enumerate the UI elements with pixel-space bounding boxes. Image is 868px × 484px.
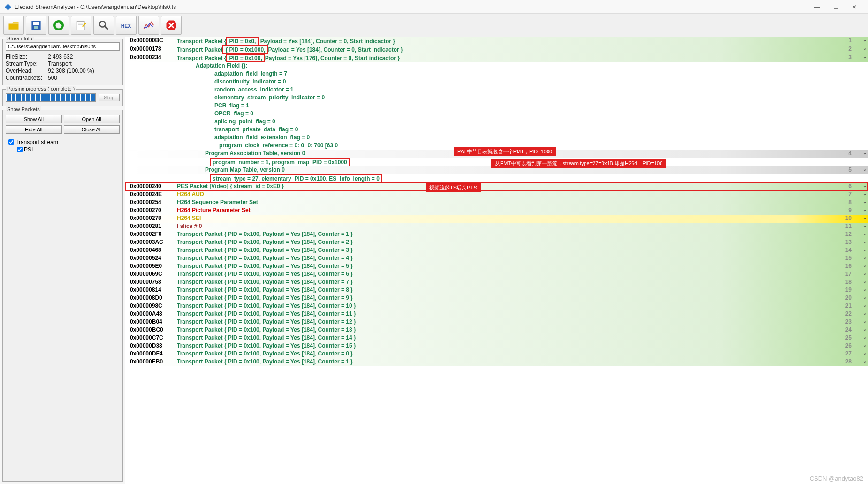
- stream-path[interactable]: C:\Users\wangdenuan\Desktop\hls0.ts: [6, 42, 120, 51]
- reload-button[interactable]: [48, 16, 69, 35]
- row-num: 7: [843, 191, 862, 197]
- tree-psi[interactable]: PSI: [17, 146, 117, 153]
- pmt-line: stream_type = 27, elementary_PID = 0x100…: [125, 174, 868, 183]
- row-num: 2: [843, 45, 862, 52]
- expand-icon[interactable]: ⌄: [862, 358, 868, 363]
- packet-addr: 0x00000DF4: [125, 350, 177, 357]
- packet-row[interactable]: 0x00000B04Transport Packet { PID = 0x100…: [125, 318, 868, 326]
- packet-row[interactable]: 0x000003ACTransport Packet { PID = 0x100…: [125, 239, 868, 247]
- expand-icon[interactable]: ⌄: [862, 45, 868, 51]
- packet-row[interactable]: 0x00000BC0Transport Packet { PID = 0x100…: [125, 326, 868, 334]
- expand-icon[interactable]: ⌄: [862, 318, 868, 324]
- expand-icon[interactable]: ⌄: [862, 54, 868, 59]
- packet-row[interactable]: 0x000008D0Transport Packet { PID = 0x100…: [125, 295, 868, 302]
- open-file-button[interactable]: [3, 16, 24, 35]
- packet-body: H264 AUD: [177, 191, 843, 197]
- row-num: 20: [843, 295, 862, 301]
- close-all-button[interactable]: Close All: [64, 125, 120, 134]
- hide-all-button[interactable]: Hide All: [6, 125, 62, 134]
- chart-button[interactable]: [138, 16, 159, 35]
- packet-row[interactable]: 0x00000468Transport Packet { PID = 0x100…: [125, 247, 868, 255]
- expand-icon[interactable]: ⌄: [862, 295, 868, 300]
- show-all-button[interactable]: Show All: [6, 115, 62, 123]
- expand-icon[interactable]: ⌄: [862, 334, 868, 340]
- search-button[interactable]: [93, 16, 114, 35]
- packet-row[interactable]: 0x0000098CTransport Packet { PID = 0x100…: [125, 302, 868, 310]
- packet-row[interactable]: 0x00000524Transport Packet { PID = 0x100…: [125, 255, 868, 263]
- packet-row[interactable]: 0x00000758Transport Packet { PID = 0x100…: [125, 279, 868, 287]
- progress-stop-button[interactable]: Stop: [99, 94, 120, 101]
- row-num: 5: [843, 166, 862, 173]
- packet-row[interactable]: 0x00000C7CTransport Packet { PID = 0x100…: [125, 334, 868, 342]
- expand-icon[interactable]: ⌄: [862, 326, 868, 332]
- info-value: 500: [48, 75, 120, 81]
- psi-checkbox[interactable]: [17, 147, 23, 152]
- expand-icon[interactable]: ⌄: [862, 150, 868, 155]
- stop-button[interactable]: [161, 16, 182, 35]
- open-all-button[interactable]: Open All: [64, 115, 120, 123]
- expand-icon[interactable]: ⌄: [862, 215, 868, 220]
- expand-icon[interactable]: ⌄: [862, 231, 868, 236]
- packet-addr: 0x000002F0: [125, 231, 177, 237]
- packet-row[interactable]: 0x0000069CTransport Packet { PID = 0x100…: [125, 271, 868, 279]
- packet-row[interactable]: 0x00000281I slice # 011⌄: [125, 223, 868, 231]
- close-button[interactable]: ✕: [845, 2, 864, 12]
- row-num: 3: [843, 54, 862, 60]
- expand-icon[interactable]: ⌄: [862, 247, 868, 252]
- titlebar: Elecard StreamAnalyzer - C:\Users\wangde…: [0, 0, 868, 14]
- showpackets-group: Show Packets Show All Open All Hide All …: [2, 110, 123, 482]
- stream-info-grid: FileSize:2 493 632StreamType:TransportOv…: [6, 53, 120, 81]
- packet-body: Transport Packet { PID = 0x100, Payload …: [177, 271, 843, 277]
- maximize-button[interactable]: ☐: [826, 2, 845, 12]
- expand-icon[interactable]: ⌄: [862, 207, 868, 212]
- packet-addr: 0x0000024E: [125, 191, 177, 197]
- expand-icon[interactable]: ⌄: [862, 239, 868, 244]
- ts-checkbox[interactable]: [8, 139, 14, 145]
- expand-icon[interactable]: ⌄: [862, 37, 868, 42]
- expand-icon[interactable]: ⌄: [862, 310, 868, 316]
- minimize-button[interactable]: —: [807, 2, 826, 12]
- hex-button[interactable]: HEX: [116, 16, 137, 35]
- packet-row[interactable]: 0x00000178Transport Packet { PID = 0x100…: [125, 45, 868, 54]
- packet-row[interactable]: 0x0000024EH264 AUD7⌄: [125, 191, 868, 199]
- expand-icon[interactable]: ⌄: [862, 183, 868, 188]
- packet-list[interactable]: 0x000000BCTransport Packet { PID = 0x0, …: [125, 37, 868, 484]
- tree-transport-stream[interactable]: Transport stream: [8, 138, 117, 146]
- expand-icon[interactable]: ⌄: [862, 166, 868, 172]
- packet-row[interactable]: 0x00000234Transport Packet { PID = 0x100…: [125, 54, 868, 62]
- packet-row[interactable]: 0x00000EB0Transport Packet { PID = 0x100…: [125, 358, 868, 366]
- packet-row[interactable]: 0x00000270H264 Picture Parameter Set9⌄: [125, 207, 868, 215]
- packet-row[interactable]: 0x00000814Transport Packet { PID = 0x100…: [125, 287, 868, 295]
- svg-text:HEX: HEX: [121, 23, 131, 29]
- expand-icon[interactable]: ⌄: [862, 263, 868, 268]
- streaminfo-label: StreamInfo: [6, 37, 34, 41]
- edit-button[interactable]: [71, 16, 91, 35]
- expand-icon[interactable]: ⌄: [862, 279, 868, 284]
- row-num: 24: [843, 326, 862, 333]
- expand-icon[interactable]: ⌄: [862, 191, 868, 196]
- expand-icon[interactable]: ⌄: [862, 255, 868, 260]
- packet-row[interactable]: 0x000005E0Transport Packet { PID = 0x100…: [125, 263, 868, 271]
- packet-row[interactable]: 0x00000240PES Packet [Video] { stream_id…: [125, 183, 868, 191]
- expand-icon[interactable]: ⌄: [862, 271, 868, 276]
- packet-row[interactable]: 0x000000BCTransport Packet { PID = 0x0, …: [125, 37, 868, 45]
- adapt-line: OPCR_flag = 0: [125, 110, 868, 118]
- packet-body: Transport Packet { PID = 0x100, Payload …: [177, 54, 843, 62]
- packet-row[interactable]: 0x00000254H264 Sequence Parameter Set8⌄: [125, 199, 868, 207]
- expand-icon[interactable]: ⌄: [862, 199, 868, 204]
- expand-icon[interactable]: ⌄: [862, 350, 868, 355]
- packet-row[interactable]: 0x000002F0Transport Packet { PID = 0x100…: [125, 231, 868, 239]
- expand-icon[interactable]: ⌄: [862, 302, 868, 308]
- toolbar: HEX: [0, 14, 868, 37]
- save-button[interactable]: [26, 16, 46, 35]
- info-key: OverHead:: [6, 68, 48, 74]
- expand-icon[interactable]: ⌄: [862, 342, 868, 348]
- packet-row[interactable]: 0x00000D38Transport Packet { PID = 0x100…: [125, 342, 868, 350]
- packet-row[interactable]: 0x00000278H264 SEI10⌄: [125, 215, 868, 223]
- expand-icon[interactable]: ⌄: [862, 223, 868, 228]
- packet-addr: 0x00000270: [125, 207, 177, 213]
- packet-row[interactable]: 0x00000DF4Transport Packet { PID = 0x100…: [125, 350, 868, 358]
- packet-addr: 0x00000254: [125, 199, 177, 205]
- expand-icon[interactable]: ⌄: [862, 287, 868, 292]
- packet-row[interactable]: 0x00000A48Transport Packet { PID = 0x100…: [125, 310, 868, 318]
